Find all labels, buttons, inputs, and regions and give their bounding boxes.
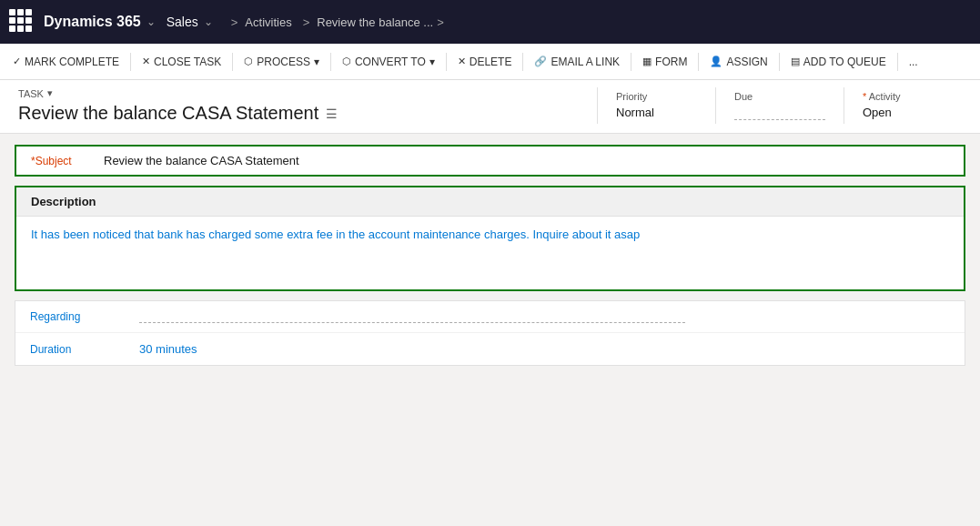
subject-section: *Subject Review the balance CASA Stateme… [15, 145, 965, 177]
nav-separator-1: > [231, 15, 238, 29]
delete-icon: ✕ [458, 56, 466, 67]
separator-5 [522, 53, 523, 71]
mark-complete-label: MARK COMPLETE [25, 56, 119, 68]
subject-label: *Subject [31, 155, 104, 167]
separator-2 [232, 53, 233, 71]
assign-label: ASSIGN [726, 56, 767, 68]
delete-button[interactable]: ✕ DELETE [450, 47, 520, 76]
convert-dropdown-icon: ▾ [429, 56, 435, 68]
regarding-value[interactable] [139, 310, 685, 323]
queue-icon: ▤ [791, 56, 800, 67]
activity-value[interactable]: Open [863, 106, 944, 119]
page-header-fields: Priority Normal Due Activity Open [597, 87, 962, 124]
activity-field: Activity Open [844, 87, 962, 124]
mark-complete-button[interactable]: ✓ MARK COMPLETE [5, 47, 126, 76]
duration-row: Duration 30 minutes [15, 333, 965, 365]
form-icon: ▦ [642, 56, 652, 67]
close-task-button[interactable]: ✕ CLOSE TASK [135, 47, 228, 76]
assign-button[interactable]: 👤 ASSIGN [702, 47, 774, 76]
duration-label: Duration [30, 343, 139, 356]
nav-separator-2: > [303, 15, 310, 29]
form-label: FORM [655, 56, 687, 68]
checkmark-icon: ✓ [13, 56, 21, 67]
add-to-queue-label: ADD TO QUEUE [803, 56, 886, 68]
command-bar: ✓ MARK COMPLETE ✕ CLOSE TASK ⬡ PROCESS ▾… [0, 44, 980, 80]
process-button[interactable]: ⬡ PROCESS ▾ [237, 47, 327, 76]
separator-8 [779, 53, 780, 71]
app-chevron[interactable]: ⌄ [146, 15, 156, 28]
process-icon: ⬡ [244, 56, 253, 67]
priority-value[interactable]: Normal [616, 106, 697, 119]
regarding-label: Regarding [30, 310, 139, 323]
more-label: ... [909, 56, 918, 68]
other-section: Regarding Duration 30 minutes [15, 300, 965, 366]
more-button[interactable]: ... [902, 47, 925, 76]
separator-4 [446, 53, 447, 71]
duration-value[interactable]: 30 minutes [139, 342, 197, 356]
breadcrumb-record[interactable]: Review the balance ... [317, 15, 433, 29]
delete-label: DELETE [470, 56, 512, 68]
convert-to-button[interactable]: ⬡ CONVERT TO ▾ [335, 47, 442, 76]
page-header: TASK ▾ Review the balance CASA Statement… [0, 80, 980, 134]
process-dropdown-icon: ▾ [314, 56, 319, 68]
subject-value[interactable]: Review the balance CASA Statement [104, 154, 949, 167]
nav-module[interactable]: Sales [167, 15, 198, 29]
process-label: PROCESS [257, 56, 310, 68]
separator-9 [897, 53, 898, 71]
activity-label: Activity [863, 91, 944, 102]
email-link-icon: 🔗 [534, 56, 547, 67]
main-content: *Subject Review the balance CASA Stateme… [0, 134, 980, 377]
description-header: Description [16, 187, 964, 217]
app-name[interactable]: Dynamics 365 [44, 14, 141, 30]
page-header-left: TASK ▾ Review the balance CASA Statement… [18, 87, 597, 124]
assign-icon: 👤 [710, 56, 722, 67]
due-value[interactable] [734, 106, 825, 120]
close-task-label: CLOSE TASK [154, 56, 221, 68]
email-link-button[interactable]: 🔗 EMAIL A LINK [527, 47, 627, 76]
convert-to-label: CONVERT TO [355, 56, 426, 68]
add-to-queue-button[interactable]: ▤ ADD TO QUEUE [783, 47, 894, 76]
description-section: Description It has been noticed that ban… [15, 186, 965, 291]
task-dropdown-icon: ▾ [47, 87, 53, 99]
top-navigation: Dynamics 365 ⌄ Sales ⌄ > Activities > Re… [0, 0, 980, 44]
separator-3 [330, 53, 331, 71]
app-grid-icon[interactable] [9, 9, 35, 35]
regarding-row: Regarding [15, 301, 965, 333]
convert-icon: ⬡ [342, 56, 351, 67]
priority-label: Priority [616, 91, 697, 102]
due-label: Due [734, 91, 825, 102]
close-icon: ✕ [142, 56, 150, 67]
description-body[interactable]: It has been noticed that bank has charge… [16, 217, 964, 289]
task-label[interactable]: TASK ▾ [18, 87, 597, 99]
list-icon[interactable]: ☰ [326, 106, 338, 121]
email-link-label: EMAIL A LINK [551, 56, 620, 68]
page-title: Review the balance CASA Statement ☰ [18, 103, 597, 124]
separator-7 [698, 53, 699, 71]
due-field: Due [715, 87, 844, 124]
priority-field: Priority Normal [597, 87, 715, 124]
module-chevron[interactable]: ⌄ [204, 15, 213, 28]
separator-1 [130, 53, 131, 71]
separator-6 [631, 53, 631, 71]
breadcrumb-more[interactable]: > [437, 15, 444, 29]
form-button[interactable]: ▦ FORM [635, 47, 694, 76]
breadcrumb-activities[interactable]: Activities [245, 15, 291, 29]
